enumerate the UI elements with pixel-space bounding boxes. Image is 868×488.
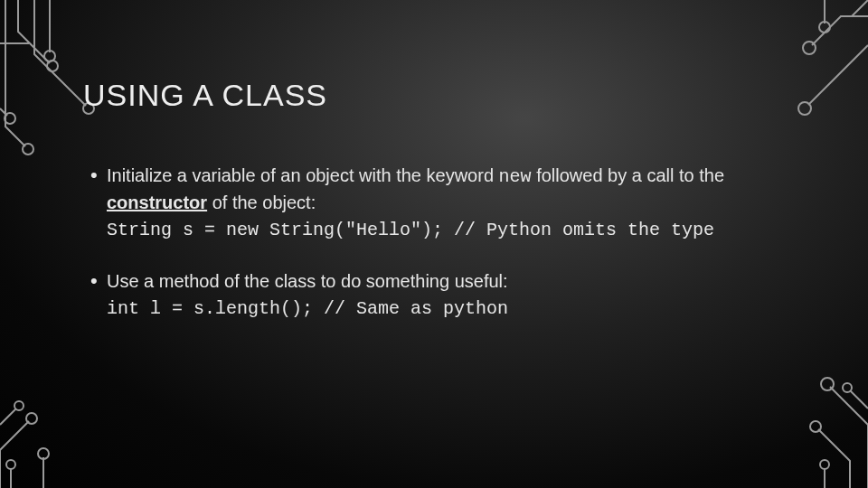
slide-title: USING A CLASS	[83, 78, 327, 113]
svg-point-14	[820, 460, 829, 469]
bullet-text-post: of the object:	[207, 192, 316, 212]
svg-point-6	[819, 22, 830, 33]
svg-point-10	[38, 448, 49, 459]
bullet-text-pre: Use a method of the class to do somethin…	[107, 271, 508, 291]
svg-point-0	[47, 61, 58, 71]
constructor-word: constructor	[107, 192, 207, 212]
svg-point-12	[821, 378, 834, 390]
code-line: String s = new String("Hello"); // Pytho…	[107, 220, 714, 240]
bullet-item: Initialize a variable of an object with …	[90, 163, 841, 243]
bullet-text-mid: followed by a call to the	[532, 165, 724, 185]
svg-point-11	[14, 401, 24, 410]
svg-point-9	[6, 460, 15, 469]
svg-point-3	[23, 144, 33, 155]
svg-point-7	[798, 102, 811, 115]
slide: USING A CLASS Initialize a variable of a…	[0, 0, 868, 488]
svg-point-8	[26, 413, 37, 424]
svg-point-5	[803, 42, 816, 54]
bullet-text-pre: Initialize a variable of an object with …	[107, 165, 499, 185]
svg-point-13	[810, 421, 821, 432]
code-line: int l = s.length(); // Same as python	[107, 298, 508, 319]
svg-point-2	[44, 51, 55, 61]
slide-content: Initialize a variable of an object with …	[90, 163, 841, 347]
svg-point-4	[5, 113, 15, 124]
keyword-new: new	[499, 166, 532, 187]
bullet-item: Use a method of the class to do somethin…	[90, 268, 841, 322]
svg-point-15	[843, 383, 852, 392]
